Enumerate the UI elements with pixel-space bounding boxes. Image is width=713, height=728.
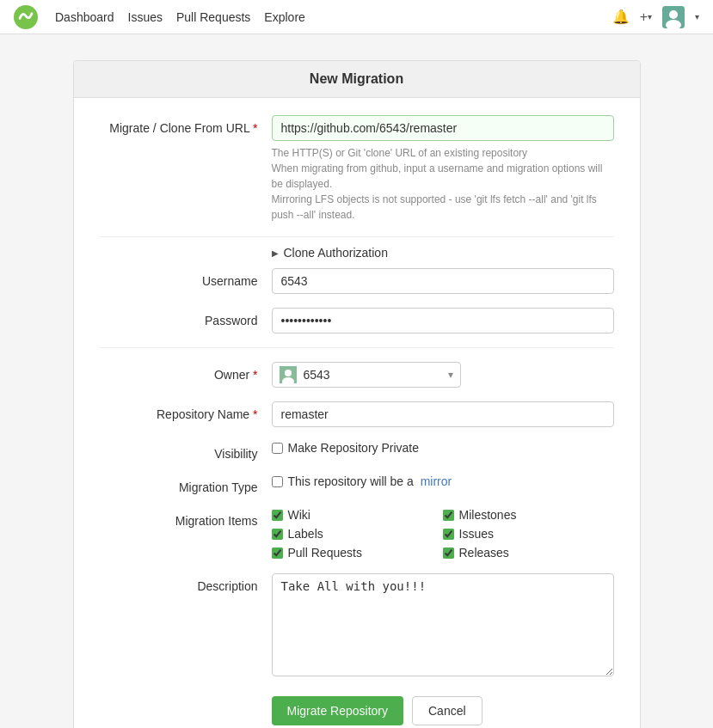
clone-auth-fields: Username Password — [100, 268, 614, 333]
cancel-button[interactable]: Cancel — [412, 696, 483, 725]
password-row: Password — [100, 308, 614, 333]
clone-auth-section: ▶ Clone Authorization Username Password — [100, 236, 614, 333]
migration-item-releases: Releases — [443, 546, 614, 560]
releases-label[interactable]: Releases — [459, 546, 509, 560]
svg-point-5 — [285, 370, 292, 376]
visibility-checkbox[interactable] — [272, 443, 283, 454]
username-input[interactable] — [272, 268, 614, 294]
navbar-links: Dashboard Issues Pull Requests Explore — [55, 9, 305, 26]
migration-type-label: Migration Type — [100, 474, 272, 494]
url-help-text: The HTTP(S) or Git 'clone' URL of an exi… — [272, 145, 614, 223]
nav-issues[interactable]: Issues — [128, 9, 163, 26]
repo-name-control — [272, 401, 614, 427]
url-input[interactable] — [272, 115, 614, 141]
migration-item-milestones: Milestones — [443, 508, 614, 522]
migration-items-control: Wiki Milestones Labels — [272, 508, 614, 560]
description-label: Description — [100, 573, 272, 593]
releases-checkbox[interactable] — [443, 548, 454, 559]
card-body: Migrate / Clone From URL * The HTTP(S) o… — [74, 98, 640, 728]
migrate-repository-button[interactable]: Migrate Repository — [272, 696, 404, 725]
repo-name-label: Repository Name * — [100, 401, 272, 421]
clone-auth-label: Clone Authorization — [284, 246, 388, 260]
username-row: Username — [100, 268, 614, 294]
owner-chevron-icon: ▾ — [448, 369, 453, 381]
repo-name-input[interactable] — [272, 401, 614, 427]
card-title: New Migration — [74, 61, 640, 98]
url-label: Migrate / Clone From URL * — [100, 115, 272, 135]
migration-items-row: Migration Items Wiki Milestones — [100, 508, 614, 560]
mirror-link[interactable]: mirror — [421, 474, 452, 488]
issues-checkbox[interactable] — [443, 529, 454, 540]
description-row: Description Take All with you!!! — [100, 573, 614, 679]
migration-type-checkbox-row: This repository will be a mirror — [272, 474, 614, 488]
wiki-label[interactable]: Wiki — [288, 508, 310, 522]
clone-auth-toggle[interactable]: ▶ Clone Authorization — [272, 237, 614, 268]
app-logo[interactable] — [14, 5, 38, 29]
migration-item-wiki: Wiki — [272, 508, 443, 522]
page-wrapper: New Migration Migrate / Clone From URL *… — [0, 34, 713, 728]
repo-name-row: Repository Name * — [100, 401, 614, 427]
password-control — [272, 308, 614, 333]
username-label: Username — [100, 268, 272, 288]
create-button[interactable]: + ▾ — [640, 9, 652, 25]
migration-card: New Migration Migrate / Clone From URL *… — [73, 60, 641, 728]
url-control-wrap: The HTTP(S) or Git 'clone' URL of an exi… — [272, 115, 614, 223]
visibility-checkbox-label[interactable]: Make Repository Private — [288, 441, 420, 455]
owner-avatar — [280, 366, 297, 383]
wiki-checkbox[interactable] — [272, 510, 283, 521]
user-menu-button[interactable]: ▾ — [695, 12, 699, 21]
owner-control: 6543 ▾ — [272, 362, 614, 388]
btn-row: Migrate Repository Cancel — [272, 696, 614, 725]
milestones-checkbox[interactable] — [443, 510, 454, 521]
owner-select[interactable]: 6543 ▾ — [272, 362, 461, 388]
pull-requests-checkbox[interactable] — [272, 548, 283, 559]
visibility-label: Visibility — [100, 441, 272, 461]
migration-item-pull-requests: Pull Requests — [272, 546, 443, 560]
visibility-control: Make Repository Private — [272, 441, 614, 460]
description-textarea[interactable]: Take All with you!!! — [272, 573, 614, 676]
navbar: Dashboard Issues Pull Requests Explore 🔔… — [0, 0, 713, 34]
owner-name-text: 6543 — [304, 368, 448, 382]
mirror-checkbox[interactable] — [272, 476, 283, 487]
owner-label: Owner * — [100, 362, 272, 382]
username-control — [272, 268, 614, 294]
migration-items-label: Migration Items — [100, 508, 272, 528]
description-control: Take All with you!!! — [272, 573, 614, 679]
owner-row: Owner * 6543 ▾ — [100, 362, 614, 388]
avatar[interactable] — [662, 6, 685, 28]
navbar-right: 🔔 + ▾ ▾ — [612, 6, 699, 28]
nav-pull-requests[interactable]: Pull Requests — [176, 9, 250, 26]
migration-item-issues: Issues — [443, 527, 614, 541]
milestones-label[interactable]: Milestones — [459, 508, 517, 522]
toggle-triangle-icon: ▶ — [272, 248, 279, 258]
nav-dashboard[interactable]: Dashboard — [55, 9, 114, 26]
visibility-row: Visibility Make Repository Private — [100, 441, 614, 461]
pull-requests-label[interactable]: Pull Requests — [288, 546, 362, 560]
migration-item-labels: Labels — [272, 527, 443, 541]
migration-type-checkbox-label[interactable]: This repository will be a mirror — [288, 474, 452, 488]
nav-explore[interactable]: Explore — [264, 9, 304, 26]
password-input[interactable] — [272, 308, 614, 333]
svg-point-2 — [669, 10, 678, 19]
migration-type-control: This repository will be a mirror — [272, 474, 614, 493]
issues-label[interactable]: Issues — [459, 527, 494, 541]
labels-label[interactable]: Labels — [288, 527, 323, 541]
labels-checkbox[interactable] — [272, 529, 283, 540]
migration-items-grid: Wiki Milestones Labels — [272, 508, 614, 560]
url-row: Migrate / Clone From URL * The HTTP(S) o… — [100, 115, 614, 223]
visibility-checkbox-row: Make Repository Private — [272, 441, 614, 455]
section-divider — [100, 347, 614, 348]
password-label: Password — [100, 308, 272, 327]
migration-type-row: Migration Type This repository will be a… — [100, 474, 614, 494]
notification-button[interactable]: 🔔 — [612, 9, 630, 25]
